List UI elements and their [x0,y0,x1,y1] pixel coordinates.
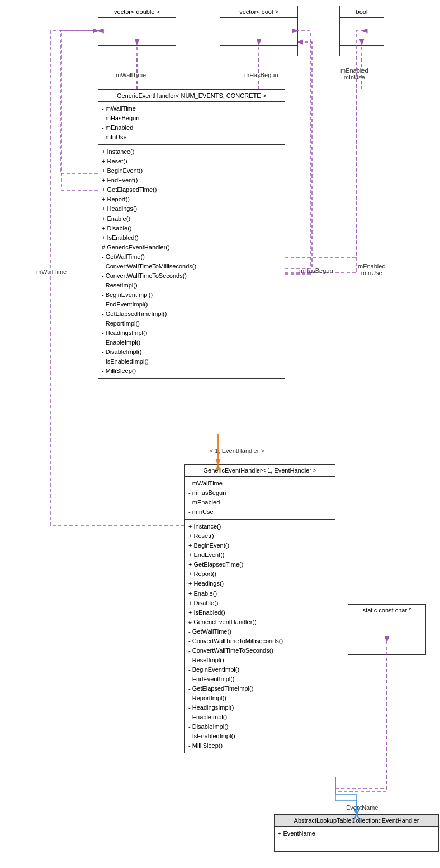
static-const-char-header: static const char * [348,605,425,616]
abstract-event-handler-methods: + EventName [275,827,438,841]
generic-instance-box: GenericEventHandler< 1, EventHandler > -… [184,464,335,753]
event-name-label: EventName [346,804,378,811]
static-const-char-footer [348,644,425,654]
vector-double-header: vector< double > [98,6,176,18]
generic-template-box: GenericEventHandler< NUM_EVENTS, CONCRET… [98,89,285,379]
generic-instance-header: GenericEventHandler< 1, EventHandler > [185,465,335,477]
menabled-minuse-right-label: mEnabledmInUse [358,263,386,276]
menabled-minuse-top-label: mEnabledmInUse [340,67,368,81]
bool-body [340,18,384,46]
generic-template-attrs: - mWallTime - mHasBegun - mEnabled - mIn… [98,102,285,145]
mwalltime-left-label: mWallTime [36,268,67,275]
vector-bool-box: vector< bool > [220,6,298,56]
generic-template-header: GenericEventHandler< NUM_EVENTS, CONCRET… [98,90,285,102]
bool-header: bool [340,6,384,18]
abstract-event-handler-footer [275,841,438,851]
abstract-event-handler-header: AbstractLookupTableCollection::EventHand… [275,815,438,827]
vector-double-box: vector< double > [98,6,176,56]
template-instantiation-label: < 1, EventHandler > [210,447,264,454]
bool-box: bool [339,6,384,56]
static-const-char-box: static const char * [348,604,426,655]
generic-template-methods: + Instance() + Reset() + BeginEvent() + … [98,145,285,378]
generic-instance-attrs: - mWallTime - mHasBegun - mEnabled - mIn… [185,477,335,520]
vector-bool-body [220,18,297,46]
vector-double-footer [98,46,176,56]
mhasbegun-top-label: mHasBegun [244,72,278,78]
mwalltime-top-label: mWallTime [116,72,146,78]
bool-footer [340,46,384,56]
static-const-char-body [348,616,425,644]
diagram-container: vector< double > vector< bool > bool mWa… [0,0,440,868]
vector-bool-header: vector< bool > [220,6,297,18]
mhasbegun-right-label: mHasBegun [299,267,333,274]
vector-double-body [98,18,176,46]
generic-instance-methods: + Instance() + Reset() + BeginEvent() + … [185,520,335,753]
abstract-event-handler-box: AbstractLookupTableCollection::EventHand… [274,814,439,852]
vector-bool-footer [220,46,297,56]
